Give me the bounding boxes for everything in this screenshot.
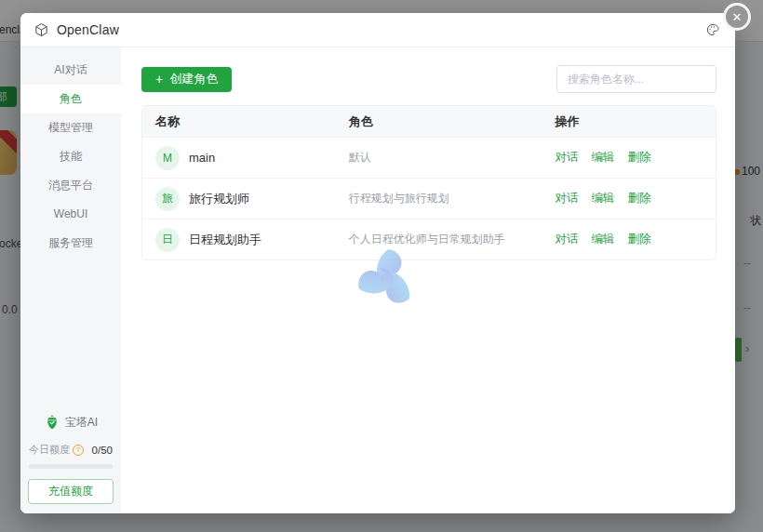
table-row: M main 默认 对话 编辑 删除 <box>142 137 716 178</box>
role-description: 个人日程优化师与日常规划助手 <box>349 232 556 247</box>
column-header-name: 名称 <box>142 113 349 130</box>
sidebar-footer: 宝塔AI 今日额度 ? 0/50 充值额度 <box>20 414 121 504</box>
table-row: 日 日程规划助手 个人日程优化师与日常规划助手 对话 编辑 删除 <box>142 219 716 259</box>
search-role-input[interactable] <box>556 65 716 93</box>
avatar: 日 <box>155 228 180 252</box>
sidebar-item-message-platform[interactable]: 消息平台 <box>20 171 121 200</box>
sidebar-item-service-management[interactable]: 服务管理 <box>20 229 121 258</box>
role-name: 旅行规划师 <box>189 191 249 207</box>
avatar: 旅 <box>155 187 180 211</box>
role-actions-cell: 对话 编辑 删除 <box>556 150 716 166</box>
quota-row: 今日额度 ? 0/50 <box>20 443 121 457</box>
chat-action-link[interactable]: 对话 <box>556 150 579 166</box>
role-description: 默认 <box>349 150 556 166</box>
brand: OpenClaw <box>33 22 119 38</box>
create-role-label: 创建角色 <box>169 71 218 87</box>
theme-palette-icon[interactable] <box>703 20 722 39</box>
role-description: 行程规划与旅行规划 <box>349 191 556 206</box>
create-role-button[interactable]: + 创建角色 <box>141 67 232 92</box>
delete-action-link[interactable]: 删除 <box>628 232 651 247</box>
avatar: M <box>155 146 180 170</box>
toolbar: + 创建角色 <box>141 65 716 93</box>
delete-action-link[interactable]: 删除 <box>628 191 651 206</box>
role-name: 日程规划助手 <box>189 232 261 248</box>
role-actions-cell: 对话 编辑 删除 <box>556 232 716 247</box>
sidebar-item-ai-chat[interactable]: AI对话 <box>20 56 121 85</box>
edit-action-link[interactable]: 编辑 <box>592 191 615 206</box>
role-name-cell: 日 日程规划助手 <box>142 228 349 252</box>
chat-action-link[interactable]: 对话 <box>556 232 579 247</box>
plus-icon: + <box>155 73 163 86</box>
app-title: OpenClaw <box>57 22 119 37</box>
table-row: 旅 旅行规划师 行程规划与旅行规划 对话 编辑 删除 <box>142 178 716 219</box>
role-name-cell: 旅 旅行规划师 <box>142 187 349 211</box>
baota-shield-icon <box>44 414 60 431</box>
quota-label-text: 今日额度 <box>29 443 70 457</box>
quota-help-icon[interactable]: ? <box>73 445 84 456</box>
quota-progress-bar <box>29 464 113 469</box>
recharge-quota-button[interactable]: 充值额度 <box>28 479 114 504</box>
sidebar-item-model-management[interactable]: 模型管理 <box>20 113 121 142</box>
baota-ai-brand: 宝塔AI <box>20 414 121 431</box>
edit-action-link[interactable]: 编辑 <box>592 232 615 247</box>
sidebar-item-webui[interactable]: WebUI <box>20 200 121 229</box>
role-name-cell: M main <box>142 146 349 170</box>
quota-value: 0/50 <box>92 445 113 456</box>
edit-action-link[interactable]: 编辑 <box>592 150 615 166</box>
close-modal-button[interactable]: ✕ <box>723 3 751 31</box>
screen: encla 全部 ocke 0.0 100 状 -- -- › OpenClaw <box>0 0 763 532</box>
sidebar-item-roles[interactable]: 角色 <box>20 85 121 113</box>
baota-ai-label: 宝塔AI <box>65 415 98 431</box>
chat-action-link[interactable]: 对话 <box>556 191 579 206</box>
openclaw-modal: OpenClaw AI对话 角色 模型管理 技能 消息平台 WebUI 服务管理 <box>20 13 735 513</box>
delete-action-link[interactable]: 删除 <box>628 150 651 166</box>
role-actions-cell: 对话 编辑 删除 <box>556 191 716 206</box>
roles-table: 名称 角色 操作 M main 默认 对话 编辑 删除 <box>141 105 716 260</box>
roles-content: + 创建角色 名称 角色 操作 M main <box>121 47 735 513</box>
table-header-row: 名称 角色 操作 <box>142 106 716 137</box>
modal-body: AI对话 角色 模型管理 技能 消息平台 WebUI 服务管理 宝 <box>20 47 735 513</box>
sidebar: AI对话 角色 模型管理 技能 消息平台 WebUI 服务管理 宝 <box>20 47 121 513</box>
sidebar-item-skills[interactable]: 技能 <box>20 142 121 171</box>
cube-logo-icon <box>33 22 49 38</box>
role-name: main <box>189 151 215 165</box>
column-header-role: 角色 <box>349 113 556 130</box>
column-header-actions: 操作 <box>556 113 716 130</box>
modal-header: OpenClaw <box>20 13 735 47</box>
quota-label: 今日额度 ? <box>29 443 84 457</box>
